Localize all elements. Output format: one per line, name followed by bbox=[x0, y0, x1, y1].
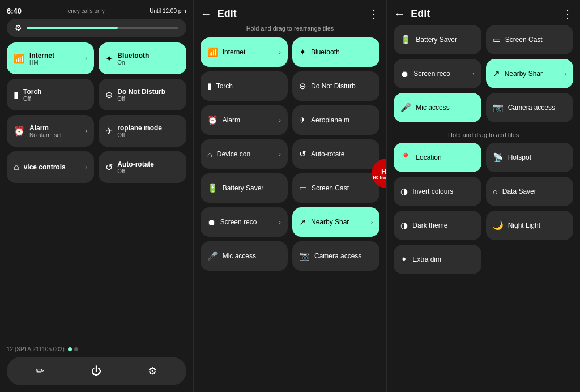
autorotate-label: Auto-rotate bbox=[311, 150, 344, 158]
screenrec-label: Screen reco bbox=[413, 70, 450, 78]
screenrec-chevron: › bbox=[279, 219, 281, 225]
alarm-text: Alarm No alarm set bbox=[29, 124, 62, 138]
qs-tiles-grid: 📶 Internet HM › ✦ Bluetooth On ▮ Torch O… bbox=[7, 42, 186, 183]
internet-icon: 📶 bbox=[207, 47, 218, 57]
tile-autorotate[interactable]: ↺ Auto-rotate Off bbox=[99, 151, 186, 183]
bluetooth-text: Bluetooth On bbox=[117, 52, 149, 66]
edit-tile-battery[interactable]: 🔋 Battery Saver bbox=[201, 173, 288, 203]
quick-settings-panel: 6:40 jency calls only Until 12:00 pm ⚙ 📶… bbox=[0, 0, 194, 392]
brightness-icon: ⚙ bbox=[15, 23, 22, 32]
internet-icon: 📶 bbox=[14, 53, 25, 64]
hotspot-icon: 📡 bbox=[493, 152, 504, 163]
torch-label: Torch bbox=[216, 82, 233, 90]
torch-sub: Off bbox=[23, 96, 41, 102]
rearrange-hint: Hold and drag to rearrange tiles bbox=[201, 25, 380, 32]
edit-tile-autorotate[interactable]: ↺ Auto-rotate bbox=[292, 139, 379, 169]
bottom-toolbar: ✏ ⏻ ⚙ bbox=[7, 357, 186, 385]
internet-label: Internet bbox=[223, 48, 246, 56]
airplane-label: roplane mode bbox=[117, 124, 162, 132]
tile-device[interactable]: ⌂ vice controls › bbox=[7, 151, 94, 183]
edit-button[interactable]: ✏ bbox=[29, 363, 51, 380]
p3-tile-battery[interactable]: 🔋 Battery Saver bbox=[394, 25, 481, 54]
edit-tile-bluetooth[interactable]: ✦ Bluetooth bbox=[292, 37, 379, 67]
add-tile-extradim[interactable]: ✦ Extra dim bbox=[394, 245, 481, 274]
add-hint: Hold and drag to add tiles bbox=[394, 131, 573, 138]
mic-label: Mic access bbox=[223, 252, 256, 260]
tile-torch[interactable]: ▮ Torch Off bbox=[7, 79, 94, 110]
power-button[interactable]: ⏻ bbox=[84, 363, 108, 380]
add-tile-hotspot[interactable]: 📡 Hotspot bbox=[486, 143, 573, 172]
p3-tile-screencast[interactable]: ▭ Screen Cast bbox=[486, 25, 573, 54]
device-icon: ⌂ bbox=[207, 150, 212, 159]
back-button-3[interactable]: ← bbox=[394, 7, 405, 20]
edit-tile-mic[interactable]: 🎤 Mic access bbox=[201, 241, 288, 271]
hotspot-label: Hotspot bbox=[508, 154, 531, 161]
alarm-icon: ⏰ bbox=[207, 115, 218, 125]
more-button-3[interactable]: ⋮ bbox=[562, 7, 573, 20]
tile-dnd[interactable]: ⊖ Do Not Disturb Off bbox=[99, 79, 186, 110]
brightness-control[interactable]: ⚙ bbox=[7, 19, 186, 37]
add-tile-datasaver[interactable]: ○ Data Saver bbox=[486, 177, 573, 206]
mic-label: Mic access bbox=[416, 104, 449, 112]
dnd-icon: ⊖ bbox=[299, 81, 306, 91]
extradim-label: Extra dim bbox=[412, 255, 441, 263]
edit-tile-camera[interactable]: 📷 Camera access bbox=[292, 241, 379, 271]
add-tile-invert[interactable]: ◑ Invert colours bbox=[394, 177, 481, 206]
airplane-sub: Off bbox=[117, 132, 162, 138]
more-button[interactable]: ⋮ bbox=[368, 7, 379, 20]
p3-tile-mic[interactable]: 🎤 Mic access bbox=[394, 93, 481, 122]
add-tile-nightlight[interactable]: 🌙 Night Light bbox=[486, 211, 573, 240]
invert-label: Invert colours bbox=[412, 188, 453, 195]
tile-internet[interactable]: 📶 Internet HM › bbox=[7, 42, 94, 74]
alarm-label: Alarm bbox=[223, 116, 240, 124]
dot-1 bbox=[68, 347, 72, 351]
back-button[interactable]: ← bbox=[201, 7, 212, 20]
internet-sub: HM bbox=[29, 59, 54, 66]
add-tile-darktheme[interactable]: ◑ Dark theme bbox=[394, 211, 481, 240]
nearby-chevron: › bbox=[564, 70, 566, 77]
p3-tile-nearby[interactable]: ↗ Nearby Shar › bbox=[486, 59, 573, 88]
datasaver-label: Data Saver bbox=[502, 188, 536, 195]
internet-text: Internet HM bbox=[29, 52, 54, 66]
p3-tile-screenrec[interactable]: ⏺ Screen reco › bbox=[394, 59, 481, 88]
device-icon: ⌂ bbox=[14, 162, 19, 172]
status-right: Until 12:00 pm bbox=[150, 8, 186, 14]
torch-label: Torch bbox=[23, 88, 41, 96]
edit-tile-torch[interactable]: ▮ Torch bbox=[201, 71, 288, 101]
edit-tile-airplane[interactable]: ✈ Aeroplane m bbox=[292, 105, 379, 135]
edit-tile-device[interactable]: ⌂ Device con › bbox=[201, 139, 288, 169]
edit-tile-screencast[interactable]: ▭ Screen Cast bbox=[292, 173, 379, 203]
autorotate-text: Auto-rotate Off bbox=[117, 160, 154, 174]
edit-tile-nearby[interactable]: ↗ Nearby Shar › bbox=[292, 207, 379, 237]
edit-tile-dnd[interactable]: ⊖ Do Not Disturb bbox=[292, 71, 379, 101]
screenrec-icon: ⏺ bbox=[207, 218, 216, 227]
autorotate-icon: ↺ bbox=[105, 162, 113, 173]
page-dots bbox=[68, 347, 78, 351]
alarm-chevron: › bbox=[85, 127, 87, 135]
battery-icon: 🔋 bbox=[400, 35, 411, 45]
edit-add-panel: ← Edit ⋮ 🔋 Battery Saver ▭ Screen Cast ⏺… bbox=[387, 0, 580, 392]
torch-icon: ▮ bbox=[14, 90, 19, 100]
location-icon: 📍 bbox=[400, 152, 411, 163]
brightness-bar[interactable] bbox=[27, 27, 178, 29]
bluetooth-icon: ✦ bbox=[105, 53, 113, 64]
bluetooth-label: Bluetooth bbox=[311, 48, 340, 56]
edit-tile-alarm[interactable]: ⏰ Alarm › bbox=[201, 105, 288, 135]
p3-tile-camera[interactable]: 📷 Camera access bbox=[486, 93, 573, 122]
edit-title: Edit bbox=[218, 8, 363, 20]
tile-alarm[interactable]: ⏰ Alarm No alarm set › bbox=[7, 115, 94, 147]
autorotate-icon: ↺ bbox=[299, 149, 306, 159]
datasaver-icon: ○ bbox=[493, 187, 498, 197]
bluetooth-icon: ✦ bbox=[299, 47, 306, 57]
tile-airplane[interactable]: ✈ roplane mode Off bbox=[99, 115, 186, 147]
brightness-fill bbox=[27, 27, 118, 29]
settings-button[interactable]: ⚙ bbox=[141, 363, 164, 380]
add-tile-location[interactable]: 📍 Location bbox=[394, 143, 481, 172]
tile-bluetooth[interactable]: ✦ Bluetooth On bbox=[99, 42, 186, 74]
camera-icon: 📷 bbox=[299, 251, 310, 261]
edit-tile-internet[interactable]: 📶 Internet › bbox=[201, 37, 288, 67]
device-label: Device con bbox=[217, 150, 250, 158]
internet-chevron: › bbox=[85, 54, 87, 62]
device-text: vice controls bbox=[24, 163, 66, 171]
edit-tile-screenrec[interactable]: ⏺ Screen reco › bbox=[201, 207, 288, 237]
